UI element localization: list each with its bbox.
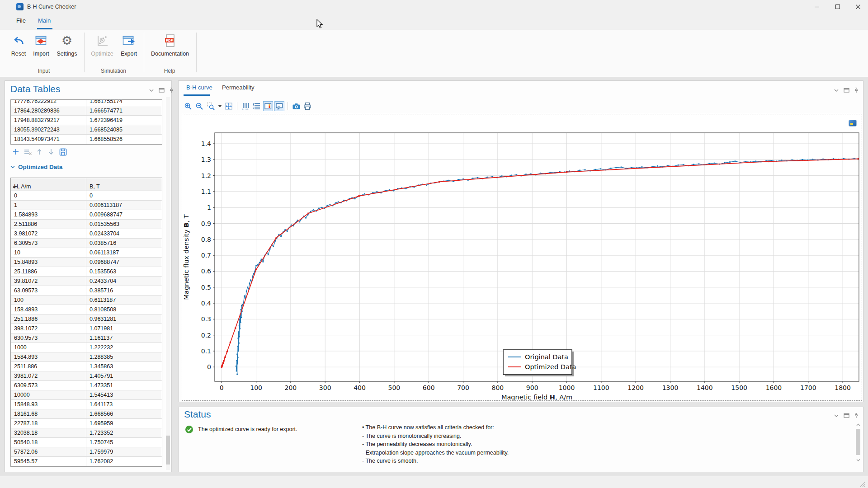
clear-table-button[interactable] [23,147,32,156]
table-cell[interactable]: 0.385716 [86,286,162,295]
maximize-button[interactable] [828,0,848,14]
table-row[interactable]: 398.10721.071981 [11,324,162,333]
reset-button[interactable]: Reset [8,33,29,57]
table-cell[interactable]: 0.2433704 [86,277,162,286]
table-row[interactable]: 57872.061.759979 [11,447,162,457]
scrollbar-thumb[interactable] [166,436,170,465]
table-cell[interactable]: 0 [86,191,162,200]
tab-permeability[interactable]: Permeability [222,84,255,91]
zoom-in-button[interactable] [183,101,193,111]
table-row[interactable]: 100.06113187 [11,248,162,258]
table-cell[interactable]: 0.009688747 [86,210,162,219]
table-cell[interactable]: 1.545413 [86,390,162,399]
table-cell[interactable]: 0 [11,191,86,200]
table-row[interactable]: 22787.181.695959 [11,419,162,428]
table-cell[interactable]: 6.309573 [11,239,86,248]
scrollbar-thumb[interactable] [856,429,860,455]
left-panel-scrollbar[interactable] [166,97,170,470]
table-cell[interactable]: 57872.06 [11,447,86,456]
table-cell[interactable]: 158.4893 [11,305,86,314]
table-row[interactable]: 251.18860.9631281 [11,314,162,324]
table-row[interactable]: 3.9810720.02433704 [11,229,162,239]
header-b[interactable]: B, T [86,178,162,191]
table-cell[interactable]: 0.02433704 [86,229,162,238]
table-row[interactable]: 18161.681.668566 [11,409,162,419]
optimized-data-section-header[interactable]: Optimized Data [10,164,62,170]
table-cell[interactable]: 0.06113187 [86,248,162,257]
scroll-up-icon[interactable] [856,423,860,427]
table-cell[interactable]: 10000 [11,390,86,399]
optimized-data-table[interactable]: ▸▸H, A/m B, T 0010.0061131871.5848930.00… [10,178,162,467]
table-cell[interactable]: 1.473351 [86,381,162,390]
table-row[interactable]: 1000.6113187 [11,296,162,305]
table-row[interactable]: 50540.181.750745 [11,438,162,447]
menu-file[interactable]: File [16,17,26,24]
table-cell[interactable]: 1.161137 [86,333,162,343]
table-cell[interactable]: 251.1886 [11,314,86,324]
header-h[interactable]: ▸▸H, A/m [11,178,86,191]
table-row[interactable]: 3981.0721.405791 [11,371,162,381]
status-scrollbar[interactable] [856,423,861,467]
table-row[interactable]: 6.3095730.0385716 [11,239,162,248]
table-cell[interactable]: 1.345863 [86,362,162,371]
table-row[interactable]: 158.48930.8108508 [11,305,162,314]
snapshot-button[interactable] [291,101,301,111]
table-cell[interactable]: 1.405791 [86,371,162,380]
table-row[interactable]: 6309.5731.473351 [11,381,162,390]
move-up-button[interactable] [35,147,44,156]
table-cell[interactable]: 0.01535563 [86,220,162,229]
move-down-button[interactable] [47,147,56,156]
table-row[interactable]: 17864.2802898361.666574771 [11,106,162,116]
table-row[interactable]: 32038.181.723352 [11,428,162,438]
table-row[interactable]: 1.5848930.009688747 [11,210,162,220]
table-cell[interactable]: 63.09573 [11,286,86,295]
table-cell[interactable]: 1.762082 [86,457,162,466]
table-cell[interactable]: 18055.390272243 [11,125,86,134]
print-button[interactable] [302,101,312,111]
pin-icon[interactable] [854,413,859,418]
table-cell[interactable]: 1.584893 [11,210,86,219]
table-cell[interactable]: 1.695959 [86,419,162,428]
table-row[interactable]: 25.118860.1535563 [11,267,162,277]
bh-curve-plot-canvas[interactable]: 0100200300400500600700800900100011001200… [182,114,862,400]
table-cell[interactable]: 17864.280289836 [11,106,86,115]
pin-icon[interactable] [854,87,859,93]
close-button[interactable] [848,0,868,14]
table-cell[interactable]: 6309.573 [11,381,86,390]
table-cell[interactable]: 15.84893 [11,258,86,267]
table-cell[interactable]: 18143.540973471 [11,135,86,144]
table-row[interactable]: 1584.8931.288385 [11,352,162,362]
table-row[interactable]: 15848.931.641173 [11,400,162,409]
table-cell[interactable]: 22787.18 [11,419,86,428]
zoom-box-button[interactable] [206,101,216,111]
table-cell[interactable]: 15848.93 [11,400,86,409]
table-cell[interactable]: 1.723352 [86,428,162,437]
table-cell[interactable]: 100 [11,296,86,305]
float-window-icon[interactable] [159,88,165,93]
input-data-table[interactable]: 17776.762229121.66175517417864.280289836… [10,99,162,145]
table-cell[interactable]: 18161.68 [11,409,86,418]
table-cell[interactable]: 3981.072 [11,371,86,380]
table-cell[interactable]: 17776.76222912 [11,99,86,106]
table-cell[interactable]: 3.981072 [11,229,86,238]
table-row[interactable]: 39.810720.2433704 [11,277,162,286]
scroll-down-icon[interactable] [856,459,860,462]
table-row[interactable]: 630.95731.161137 [11,333,162,343]
table-cell[interactable]: 0.6113187 [86,296,162,305]
table-cell[interactable]: 1000 [11,343,86,352]
table-cell[interactable]: 1584.893 [11,352,86,361]
table-row[interactable]: 59545.571.762082 [11,457,162,466]
zoom-out-button[interactable] [194,101,204,111]
zoom-dropdown-caret[interactable] [217,101,222,111]
table-cell[interactable]: 1.641173 [86,400,162,409]
table-cell[interactable]: 0.1535563 [86,267,162,276]
table-cell[interactable]: 1.222232 [86,343,162,352]
table-cell[interactable]: 1.661755174 [86,99,162,106]
float-window-icon[interactable] [844,413,849,418]
table-cell[interactable]: 1.672396419 [86,116,162,125]
collapse-chevron-icon[interactable] [834,414,839,418]
table-row[interactable]: 17948.8832792171.672396419 [11,116,162,125]
float-window-icon[interactable] [844,88,849,93]
table-cell[interactable]: 630.9573 [11,333,86,343]
table-cell[interactable]: 0.006113187 [86,201,162,210]
